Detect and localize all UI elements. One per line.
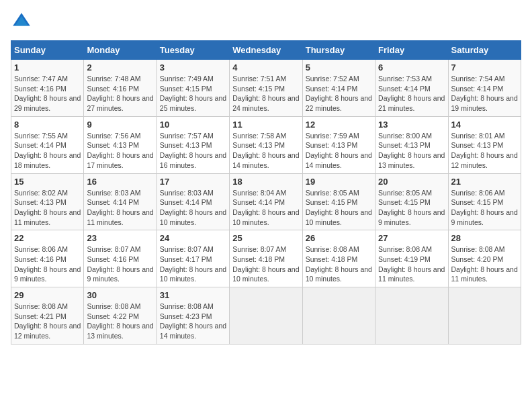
day-detail: Sunrise: 7:58 AM Sunset: 4:13 PM Dayligh…: [232, 131, 299, 171]
calendar-cell: 29 Sunrise: 8:08 AM Sunset: 4:21 PM Dayl…: [11, 287, 84, 345]
sunrise: Sunrise: 7:53 AM: [378, 75, 432, 83]
sunset: Sunset: 4:17 PM: [160, 255, 212, 263]
day-number: 3: [160, 62, 226, 73]
daylight: Daylight: 8 hours and 10 minutes.: [306, 265, 372, 283]
calendar-cell: 17 Sunrise: 8:03 AM Sunset: 4:14 PM Dayl…: [157, 173, 229, 230]
calendar-cell: 27 Sunrise: 8:08 AM Sunset: 4:19 PM Dayl…: [375, 230, 448, 287]
sunrise: Sunrise: 8:07 AM: [232, 245, 286, 253]
daylight: Daylight: 8 hours and 11 minutes.: [378, 265, 445, 283]
calendar-cell: 13 Sunrise: 8:00 AM Sunset: 4:13 PM Dayl…: [375, 116, 448, 173]
calendar-cell: [302, 287, 375, 345]
day-number: 12: [306, 120, 372, 130]
day-detail: Sunrise: 7:56 AM Sunset: 4:13 PM Dayligh…: [87, 131, 153, 171]
sunset: Sunset: 4:23 PM: [160, 312, 212, 320]
day-detail: Sunrise: 7:51 AM Sunset: 4:15 PM Dayligh…: [232, 74, 299, 113]
day-detail: Sunrise: 8:08 AM Sunset: 4:21 PM Dayligh…: [14, 302, 81, 341]
day-detail: Sunrise: 7:59 AM Sunset: 4:13 PM Dayligh…: [306, 131, 372, 171]
day-detail: Sunrise: 8:01 AM Sunset: 4:13 PM Dayligh…: [451, 131, 518, 171]
weekday-header-monday: Monday: [84, 41, 157, 60]
daylight: Daylight: 8 hours and 13 minutes.: [87, 322, 153, 340]
day-number: 5: [306, 62, 372, 73]
sunset: Sunset: 4:16 PM: [87, 255, 139, 263]
calendar-cell: [230, 287, 302, 345]
calendar-week-4: 22 Sunrise: 8:06 AM Sunset: 4:16 PM Dayl…: [11, 230, 521, 287]
sunrise: Sunrise: 8:06 AM: [14, 245, 68, 253]
day-detail: Sunrise: 7:53 AM Sunset: 4:14 PM Dayligh…: [378, 74, 445, 113]
calendar-cell: 12 Sunrise: 7:59 AM Sunset: 4:13 PM Dayl…: [302, 116, 375, 173]
sunrise: Sunrise: 8:05 AM: [378, 189, 432, 197]
sunset: Sunset: 4:22 PM: [87, 312, 139, 320]
day-detail: Sunrise: 8:02 AM Sunset: 4:13 PM Dayligh…: [14, 188, 81, 228]
calendar-cell: 10 Sunrise: 7:57 AM Sunset: 4:13 PM Dayl…: [157, 116, 229, 173]
calendar-week-2: 8 Sunrise: 7:55 AM Sunset: 4:14 PM Dayli…: [11, 116, 521, 173]
calendar-cell: 9 Sunrise: 7:56 AM Sunset: 4:13 PM Dayli…: [84, 116, 157, 173]
calendar-cell: 2 Sunrise: 7:48 AM Sunset: 4:16 PM Dayli…: [84, 60, 157, 117]
sunset: Sunset: 4:13 PM: [232, 141, 285, 149]
day-number: 18: [232, 177, 299, 187]
calendar-body: 1 Sunrise: 7:47 AM Sunset: 4:16 PM Dayli…: [11, 60, 521, 345]
day-number: 16: [87, 177, 153, 187]
daylight: Daylight: 8 hours and 9 minutes.: [451, 208, 518, 226]
sunset: Sunset: 4:14 PM: [160, 198, 212, 206]
sunrise: Sunrise: 7:47 AM: [14, 75, 68, 83]
daylight: Daylight: 8 hours and 9 minutes.: [14, 265, 81, 283]
sunset: Sunset: 4:14 PM: [451, 85, 504, 93]
daylight: Daylight: 8 hours and 19 minutes.: [451, 94, 518, 112]
sunset: Sunset: 4:13 PM: [14, 198, 66, 206]
calendar-week-3: 15 Sunrise: 8:02 AM Sunset: 4:13 PM Dayl…: [11, 173, 521, 230]
sunset: Sunset: 4:13 PM: [87, 141, 139, 149]
weekday-header-sunday: Sunday: [11, 41, 84, 60]
day-number: 9: [87, 120, 153, 130]
daylight: Daylight: 8 hours and 14 minutes.: [160, 322, 226, 340]
sunset: Sunset: 4:15 PM: [451, 198, 504, 206]
day-detail: Sunrise: 7:47 AM Sunset: 4:16 PM Dayligh…: [14, 74, 81, 113]
calendar-cell: 19 Sunrise: 8:05 AM Sunset: 4:15 PM Dayl…: [302, 173, 375, 230]
daylight: Daylight: 8 hours and 10 minutes.: [306, 208, 372, 226]
day-number: 19: [306, 177, 372, 187]
weekday-header-friday: Friday: [375, 41, 448, 60]
sunset: Sunset: 4:15 PM: [160, 85, 212, 93]
sunrise: Sunrise: 8:00 AM: [378, 132, 432, 140]
sunrise: Sunrise: 7:52 AM: [306, 75, 359, 83]
calendar-cell: [448, 287, 521, 345]
calendar-week-5: 29 Sunrise: 8:08 AM Sunset: 4:21 PM Dayl…: [11, 287, 521, 345]
sunrise: Sunrise: 8:07 AM: [87, 245, 140, 253]
sunrise: Sunrise: 8:04 AM: [232, 189, 286, 197]
daylight: Daylight: 8 hours and 29 minutes.: [14, 94, 81, 112]
sunset: Sunset: 4:13 PM: [451, 141, 504, 149]
daylight: Daylight: 8 hours and 10 minutes.: [160, 208, 226, 226]
day-number: 24: [160, 233, 226, 243]
day-detail: Sunrise: 8:06 AM Sunset: 4:16 PM Dayligh…: [14, 244, 81, 284]
calendar-cell: 18 Sunrise: 8:04 AM Sunset: 4:14 PM Dayl…: [230, 173, 302, 230]
day-number: 2: [87, 62, 153, 73]
day-number: 11: [232, 120, 299, 130]
sunset: Sunset: 4:13 PM: [378, 141, 431, 149]
daylight: Daylight: 8 hours and 25 minutes.: [160, 94, 226, 112]
calendar-cell: 14 Sunrise: 8:01 AM Sunset: 4:13 PM Dayl…: [448, 116, 521, 173]
day-number: 22: [14, 233, 81, 243]
daylight: Daylight: 8 hours and 13 minutes.: [378, 151, 445, 169]
sunrise: Sunrise: 8:08 AM: [160, 302, 214, 310]
day-number: 21: [451, 177, 518, 187]
page-header: [11, 11, 521, 32]
daylight: Daylight: 8 hours and 11 minutes.: [14, 208, 81, 226]
calendar-cell: 31 Sunrise: 8:08 AM Sunset: 4:23 PM Dayl…: [157, 287, 229, 345]
day-detail: Sunrise: 7:57 AM Sunset: 4:13 PM Dayligh…: [160, 131, 226, 171]
day-detail: Sunrise: 8:06 AM Sunset: 4:15 PM Dayligh…: [451, 188, 518, 228]
sunset: Sunset: 4:21 PM: [14, 312, 66, 320]
calendar-week-1: 1 Sunrise: 7:47 AM Sunset: 4:16 PM Dayli…: [11, 60, 521, 117]
sunset: Sunset: 4:18 PM: [306, 255, 358, 263]
day-detail: Sunrise: 8:08 AM Sunset: 4:20 PM Dayligh…: [451, 244, 518, 284]
daylight: Daylight: 8 hours and 27 minutes.: [87, 94, 153, 112]
daylight: Daylight: 8 hours and 21 minutes.: [378, 94, 445, 112]
day-number: 20: [378, 177, 445, 187]
day-detail: Sunrise: 8:07 AM Sunset: 4:17 PM Dayligh…: [160, 244, 226, 284]
calendar-cell: 24 Sunrise: 8:07 AM Sunset: 4:17 PM Dayl…: [157, 230, 229, 287]
day-number: 27: [378, 233, 445, 243]
sunset: Sunset: 4:13 PM: [306, 141, 358, 149]
daylight: Daylight: 8 hours and 24 minutes.: [232, 94, 299, 112]
calendar-cell: 20 Sunrise: 8:05 AM Sunset: 4:15 PM Dayl…: [375, 173, 448, 230]
sunrise: Sunrise: 7:59 AM: [306, 132, 359, 140]
sunset: Sunset: 4:15 PM: [232, 85, 285, 93]
daylight: Daylight: 8 hours and 9 minutes.: [87, 265, 153, 283]
